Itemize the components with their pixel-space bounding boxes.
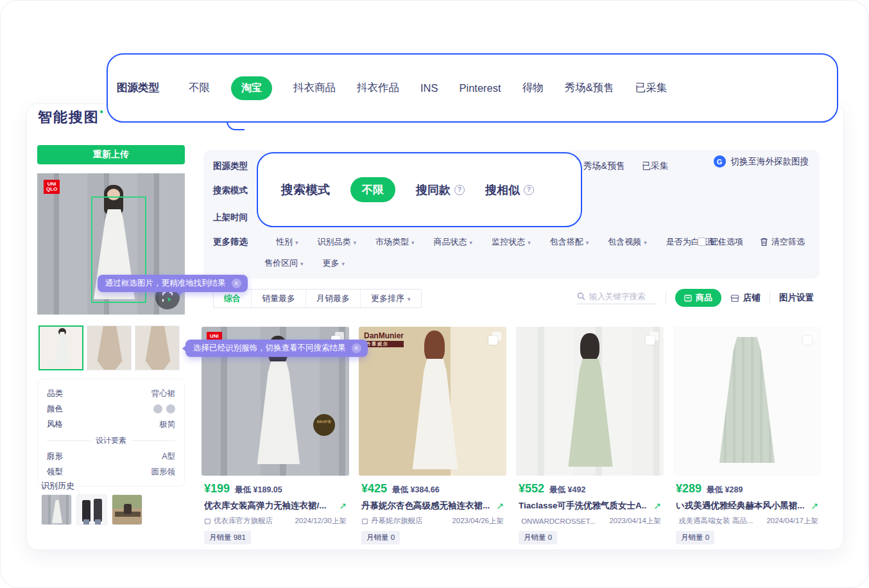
- dropdown-has-video[interactable]: 包含视频: [608, 236, 647, 248]
- dropdown-has-outfit[interactable]: 包含搭配: [550, 236, 589, 248]
- source-option[interactable]: 秀场&预售: [565, 81, 614, 95]
- mode-option-similar[interactable]: 搜相似: [485, 182, 534, 198]
- product-shop[interactable]: 丹慕妮尔旗舰店: [361, 516, 423, 526]
- history-figure: [94, 499, 102, 522]
- product-image[interactable]: [516, 327, 664, 476]
- search-mode-callout-label: 搜索模式: [281, 182, 330, 198]
- mode-option-unlimited[interactable]: 不限: [350, 177, 395, 202]
- dropdown-market-type[interactable]: 市场类型: [375, 236, 415, 248]
- dropdown-price-range[interactable]: 售价区间: [264, 257, 304, 269]
- product-price: ¥425: [361, 482, 387, 496]
- product-card[interactable]: ¥289 最低 ¥289 い戎美遇优雅经典赫本风小黑裙... ↗ 戎美遇高端女装…: [673, 327, 821, 544]
- filter-row-more-filters: 更多筛选 性别 识别品类 市场类型 商品状态 监控状态 包含搭配 包含视频 是否…: [213, 236, 721, 248]
- attr-label: 廓形: [47, 451, 63, 462]
- dropdown-goods-status[interactable]: 商品状态: [434, 236, 473, 248]
- external-link-icon[interactable]: ↗: [811, 501, 818, 511]
- figure-dress: [709, 337, 786, 463]
- external-link-icon[interactable]: ↗: [496, 501, 504, 511]
- figure-dress: [560, 359, 621, 467]
- source-option[interactable]: 抖衣商品: [293, 81, 336, 95]
- attr-value: A型: [162, 451, 175, 462]
- attr-row-silhouette: 廓形 A型: [47, 449, 175, 464]
- figure-hair: [580, 333, 599, 361]
- product-title[interactable]: い戎美遇优雅经典赫本风小黑裙...: [676, 500, 804, 512]
- find-similar-icon[interactable]: [488, 332, 501, 345]
- dropdown-more[interactable]: 更多: [323, 257, 345, 269]
- mode-option-same[interactable]: 搜同款: [416, 182, 465, 198]
- figure-dress: [249, 361, 308, 464]
- sort-tab-monthly-sales[interactable]: 月销最多: [306, 290, 361, 307]
- select-tooltip-text: 选择已经识别服饰，切换查看不同搜索结果: [193, 343, 346, 354]
- product-title[interactable]: 丹慕妮尔杏色高级感无袖连衣裙...: [361, 500, 490, 512]
- clear-filters-button[interactable]: 清空筛选: [760, 236, 805, 248]
- product-date: 2024/04/17上架: [766, 516, 818, 526]
- thumb-dress-shape: [54, 332, 71, 365]
- source-option[interactable]: 秀场&预售: [583, 160, 625, 172]
- product-grid: UNI 88VIP券 ¥199 最低 ¥189.05 优衣库女装高弹力无袖连衣裙…: [202, 327, 821, 544]
- product-shop[interactable]: 戎美遇高端女装 高品...: [676, 516, 753, 526]
- thumbnail-shoe-left[interactable]: [87, 325, 132, 370]
- shop-icon: [361, 518, 368, 524]
- sort-tab-comprehensive[interactable]: 综合: [214, 290, 252, 307]
- history-label: 识别历史: [41, 480, 74, 492]
- shop-tab[interactable]: 店铺: [730, 292, 761, 304]
- thumbnail-shoe-right[interactable]: [135, 325, 180, 370]
- product-image[interactable]: DanMunier丹慕妮尔: [359, 327, 506, 476]
- overseas-search-link[interactable]: G 切换至海外探款图搜: [714, 155, 809, 168]
- select-tooltip: 选择已经识别服饰，切换查看不同搜索结果: [185, 340, 368, 357]
- overseas-link-label: 切换至海外探款图搜: [731, 156, 809, 168]
- source-option[interactable]: Pinterest: [460, 82, 501, 94]
- history-item-dress[interactable]: [41, 494, 72, 525]
- source-type-label: 图源类型: [213, 160, 248, 172]
- history-item-park[interactable]: [112, 494, 142, 525]
- find-similar-icon[interactable]: [803, 332, 816, 345]
- product-shop[interactable]: ONWARDCROSSET...: [519, 517, 596, 525]
- external-link-icon[interactable]: ↗: [339, 501, 347, 511]
- source-option[interactable]: 已采集: [635, 81, 667, 95]
- sort-tab-sales[interactable]: 销量最多: [252, 290, 306, 307]
- product-title[interactable]: 优衣库女装高弹力无袖连衣裙/...: [204, 500, 327, 512]
- attr-label: 颜色: [47, 404, 63, 415]
- uploaded-image[interactable]: UNI QLO: [37, 173, 185, 315]
- remember-options-checkbox[interactable]: 记住选项: [698, 236, 743, 248]
- history-item-jackets[interactable]: [76, 494, 107, 525]
- help-icon[interactable]: [524, 185, 534, 195]
- monthly-sales-badge: 月销量 981: [204, 531, 251, 544]
- sort-tab-more[interactable]: 更多排序: [361, 290, 421, 307]
- dropdown-category[interactable]: 识别品类: [318, 236, 357, 248]
- product-title[interactable]: Tiaclasse可手洗优雅气质女士A...: [519, 500, 647, 512]
- figure-dress: [404, 359, 467, 469]
- find-similar-icon[interactable]: [646, 332, 658, 345]
- product-image[interactable]: [673, 327, 821, 476]
- keyword-search[interactable]: [577, 292, 657, 304]
- reupload-button[interactable]: 重新上传: [37, 145, 185, 164]
- history-thumbnails: [41, 494, 142, 525]
- product-card[interactable]: UNI 88VIP券 ¥199 最低 ¥189.05 优衣库女装高弹力无袖连衣裙…: [202, 327, 349, 544]
- close-icon[interactable]: [232, 279, 241, 288]
- source-option[interactable]: 抖衣作品: [357, 81, 399, 95]
- image-settings-button[interactable]: 图片设置: [779, 292, 814, 304]
- close-icon[interactable]: [352, 343, 361, 353]
- monthly-sales-badge: 月销量 0: [676, 531, 714, 544]
- crop-icon: [162, 291, 173, 303]
- source-option[interactable]: 得物: [522, 81, 544, 95]
- external-link-icon[interactable]: ↗: [653, 501, 661, 511]
- dropdown-gender[interactable]: 性别: [276, 236, 298, 248]
- filter-row-shelf-time: 上架时间: [213, 212, 257, 223]
- thumbnail-dress[interactable]: [39, 325, 83, 370]
- product-card[interactable]: ¥552 最低 ¥492 Tiaclasse可手洗优雅气质女士A... ↗ ON…: [516, 327, 664, 544]
- help-icon[interactable]: [454, 185, 465, 195]
- product-shop[interactable]: 优衣库官方旗舰店: [204, 516, 273, 526]
- product-price: ¥199: [204, 482, 230, 496]
- search-icon: [577, 292, 585, 300]
- source-option-selected[interactable]: 淘宝: [231, 76, 272, 100]
- source-option[interactable]: 不限: [189, 81, 210, 95]
- product-card[interactable]: DanMunier丹慕妮尔 ¥425 最低 ¥384.66 丹慕妮尔杏色高级感无…: [359, 327, 506, 544]
- logo-accent-icon: ●: [99, 108, 105, 115]
- keyword-search-input[interactable]: [589, 292, 657, 301]
- attr-row-category: 品类 背心裙: [47, 386, 175, 401]
- source-option[interactable]: 已采集: [642, 160, 669, 172]
- goods-tab[interactable]: 商品: [675, 289, 721, 307]
- source-option[interactable]: INS: [420, 82, 438, 94]
- dropdown-monitor-status[interactable]: 监控状态: [492, 236, 531, 248]
